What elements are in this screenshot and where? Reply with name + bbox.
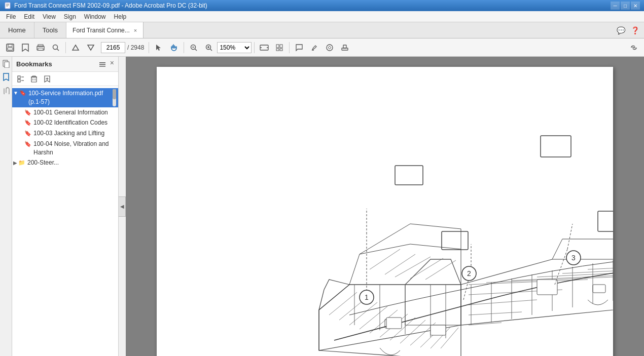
svg-rect-49 [157, 67, 613, 356]
bookmark-item-100-03[interactable]: 🔖 100-03 Jacking and Lifting [12, 128, 118, 139]
svg-line-18 [210, 49, 212, 51]
bookmark-label: 100-04 Noise, Vibration and Harshn [33, 140, 116, 157]
menu-window[interactable]: Window [80, 12, 110, 21]
collapse-panel-button[interactable]: ◀ [119, 196, 126, 217]
minimize-button[interactable]: ─ [611, 2, 620, 10]
new-bookmark-button[interactable] [42, 73, 53, 85]
svg-rect-6 [8, 48, 13, 50]
menu-bar: File Edit View Sign Window Help [0, 11, 644, 22]
svg-line-15 [195, 49, 197, 51]
save-button[interactable] [3, 41, 17, 55]
tab-tools[interactable]: Tools [34, 22, 66, 38]
page-navigation: / 2948 [101, 42, 144, 53]
svg-rect-103 [598, 211, 613, 231]
collapse-icon: ▶ [13, 160, 17, 166]
svg-rect-25 [280, 45, 282, 48]
hand-tool-button[interactable] [167, 41, 181, 55]
menu-file[interactable]: File [2, 12, 20, 21]
bookmark-icon: 🔖 [19, 90, 26, 96]
comments-icon[interactable]: 💬 [616, 25, 626, 35]
pdf-page: 1 2 3 F37906 [157, 67, 613, 356]
svg-rect-38 [18, 76, 20, 78]
svg-rect-99 [431, 325, 446, 335]
bookmark-icon: 🔖 [24, 119, 31, 127]
page-up-button[interactable] [68, 41, 83, 55]
page-number-input[interactable] [101, 42, 125, 53]
bookmarks-options-button[interactable] [97, 59, 108, 70]
bookmark-item-100-04[interactable]: 🔖 100-04 Noise, Vibration and Harshn [12, 139, 118, 158]
page-down-button[interactable] [84, 41, 98, 55]
main-content: Bookmarks × [0, 57, 644, 356]
tab-document[interactable]: Ford Transit Conne... × [66, 22, 144, 38]
menu-sign[interactable]: Sign [60, 12, 80, 21]
print-button[interactable] [33, 41, 48, 55]
svg-line-11 [57, 49, 59, 51]
separator-1 [65, 42, 66, 53]
fit-width-button[interactable] [257, 41, 271, 55]
panel-bookmarks-icon[interactable] [1, 72, 11, 82]
bookmark-icon: 🔖 [24, 130, 31, 137]
comment-button[interactable] [292, 41, 306, 55]
svg-text:2: 2 [467, 269, 471, 278]
bookmark-item-root[interactable]: ▼ 🔖 100-Service Information.pdf (p.1-57) [12, 88, 118, 107]
svg-marker-13 [88, 45, 94, 50]
svg-point-10 [53, 45, 58, 49]
maximize-button[interactable]: □ [621, 2, 630, 10]
delete-bookmark-button[interactable] [28, 73, 40, 85]
zoom-out-button[interactable] [187, 41, 201, 55]
bookmarks-list: ▼ 🔖 100-Service Information.pdf (p.1-57)… [12, 86, 118, 356]
page-total: / 2948 [127, 44, 144, 51]
left-panel [0, 57, 12, 356]
bookmark-label: 100-03 Jacking and Lifting [33, 129, 116, 138]
link-button[interactable] [627, 41, 641, 55]
bookmark-item-200[interactable]: ▶ 📁 200-Steer... [12, 158, 118, 167]
mini-scrollbar [113, 89, 116, 106]
svg-rect-40 [18, 80, 20, 82]
stamp-button[interactable] [338, 41, 352, 55]
panel-pages-icon[interactable] [1, 59, 11, 69]
bookmark-button[interactable] [18, 41, 32, 55]
tab-close-button[interactable]: × [134, 27, 137, 33]
select-tool-button[interactable] [152, 41, 166, 55]
separator-5 [289, 42, 290, 53]
expand-all-button[interactable] [15, 73, 26, 85]
bookmarks-close-button[interactable]: × [110, 59, 114, 70]
tab-bar-actions: 💬 ❓ [144, 22, 644, 38]
bookmark-item-100-02[interactable]: 🔖 100-02 Identification Codes [12, 117, 118, 128]
search-button[interactable] [49, 41, 63, 55]
window-title: Ford Transit Connect FSM 2002-09.pdf - A… [14, 2, 611, 9]
scroll-button[interactable] [272, 41, 287, 55]
close-button[interactable]: ✕ [631, 2, 640, 10]
bookmark-item-100-01[interactable]: 🔖 100-01 General Information [12, 107, 118, 118]
svg-rect-0 [5, 3, 10, 9]
pdf-viewer[interactable]: 1 2 3 F37906 [126, 57, 644, 356]
tab-tools-label: Tools [43, 26, 58, 34]
mini-scrollbar-thumb [113, 89, 116, 99]
zoom-select[interactable]: 50% 75% 100% 125% 150% 175% 200% [217, 42, 252, 53]
window-controls[interactable]: ─ □ ✕ [611, 2, 640, 10]
svg-point-29 [327, 45, 333, 51]
bookmarks-panel: Bookmarks × [12, 57, 119, 356]
svg-rect-9 [38, 48, 43, 50]
svg-rect-34 [5, 62, 9, 68]
expand-icon: ▼ [13, 90, 18, 96]
svg-rect-24 [276, 45, 279, 48]
svg-text:1: 1 [365, 293, 369, 301]
panel-attachments-icon[interactable] [1, 85, 11, 95]
tab-home-label: Home [8, 26, 26, 34]
svg-rect-101 [442, 231, 468, 250]
svg-rect-37 [99, 66, 105, 67]
bookmarks-toolbar [12, 72, 118, 86]
highlight-button[interactable] [307, 41, 321, 55]
svg-rect-35 [99, 62, 105, 63]
menu-edit[interactable]: Edit [20, 12, 39, 21]
help-icon[interactable]: ❓ [630, 25, 640, 35]
svg-rect-26 [276, 49, 279, 51]
bookmark-icon: 🔖 [24, 140, 31, 148]
svg-rect-102 [541, 136, 571, 157]
menu-help[interactable]: Help [110, 12, 131, 21]
menu-view[interactable]: View [39, 12, 60, 21]
drawing-button[interactable] [323, 41, 337, 55]
zoom-in-button[interactable] [202, 41, 216, 55]
tab-home[interactable]: Home [0, 22, 34, 38]
